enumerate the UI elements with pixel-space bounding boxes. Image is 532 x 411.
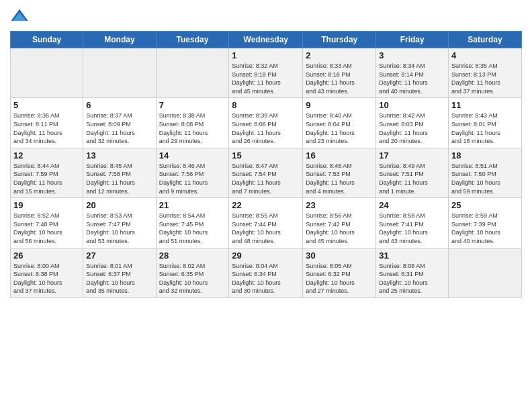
day-number: 3 [379,50,445,60]
calendar-cell: 23Sunrise: 8:56 AM Sunset: 7:42 PM Dayli… [303,198,376,248]
cell-text: Sunrise: 8:39 AM Sunset: 8:06 PM Dayligh… [232,111,300,145]
calendar-table: SundayMondayTuesdayWednesdayThursdayFrid… [10,31,522,298]
calendar-cell [11,48,83,98]
day-number: 4 [451,50,519,60]
day-number: 16 [306,150,373,161]
calendar-row-3: 19Sunrise: 8:52 AM Sunset: 7:48 PM Dayli… [11,198,522,248]
calendar-cell [156,48,229,98]
day-number: 13 [86,150,152,161]
calendar-cell: 4Sunrise: 8:35 AM Sunset: 8:13 PM Daylig… [449,48,522,98]
calendar-row-1: 5Sunrise: 8:36 AM Sunset: 8:11 PM Daylig… [11,98,522,148]
cell-text: Sunrise: 8:56 AM Sunset: 7:42 PM Dayligh… [306,212,373,245]
calendar-row-4: 26Sunrise: 8:00 AM Sunset: 6:38 PM Dayli… [11,248,522,298]
cell-text: Sunrise: 8:58 AM Sunset: 7:41 PM Dayligh… [379,212,445,245]
day-number: 15 [232,150,300,161]
cell-text: Sunrise: 8:48 AM Sunset: 7:53 PM Dayligh… [306,162,373,195]
day-number: 2 [306,50,373,60]
day-number: 10 [379,100,445,110]
cell-text: Sunrise: 8:51 AM Sunset: 7:50 PM Dayligh… [451,162,519,195]
cell-text: Sunrise: 8:59 AM Sunset: 7:39 PM Dayligh… [451,212,519,245]
day-number: 6 [86,100,152,110]
cell-text: Sunrise: 8:46 AM Sunset: 7:56 PM Dayligh… [159,162,226,195]
day-number: 31 [379,250,445,261]
header [10,7,522,26]
day-number: 27 [86,250,152,261]
day-number: 18 [451,150,519,161]
weekday-tuesday: Tuesday [156,32,229,48]
cell-text: Sunrise: 8:54 AM Sunset: 7:45 PM Dayligh… [159,212,226,245]
calendar-cell: 3Sunrise: 8:34 AM Sunset: 8:14 PM Daylig… [376,48,449,98]
weekday-thursday: Thursday [303,32,376,48]
day-number: 19 [13,200,80,210]
calendar-cell: 6Sunrise: 8:37 AM Sunset: 8:09 PM Daylig… [83,98,156,148]
calendar-cell: 29Sunrise: 8:04 AM Sunset: 6:34 PM Dayli… [229,248,303,298]
weekday-saturday: Saturday [449,32,522,48]
cell-text: Sunrise: 8:02 AM Sunset: 6:35 PM Dayligh… [159,262,226,295]
calendar-cell: 22Sunrise: 8:55 AM Sunset: 7:44 PM Dayli… [229,198,303,248]
cell-text: Sunrise: 8:47 AM Sunset: 7:54 PM Dayligh… [232,162,300,195]
weekday-monday: Monday [83,32,156,48]
day-number: 23 [306,200,373,210]
cell-text: Sunrise: 8:04 AM Sunset: 6:34 PM Dayligh… [232,262,300,295]
calendar-cell: 9Sunrise: 8:40 AM Sunset: 8:04 PM Daylig… [303,98,376,148]
day-number: 7 [159,100,226,110]
calendar-cell: 5Sunrise: 8:36 AM Sunset: 8:11 PM Daylig… [11,98,83,148]
calendar-cell: 2Sunrise: 8:33 AM Sunset: 8:16 PM Daylig… [303,48,376,98]
calendar-cell: 31Sunrise: 8:06 AM Sunset: 6:31 PM Dayli… [376,248,449,298]
day-number: 26 [13,250,80,261]
calendar-cell: 10Sunrise: 8:42 AM Sunset: 8:03 PM Dayli… [376,98,449,148]
calendar-cell: 21Sunrise: 8:54 AM Sunset: 7:45 PM Dayli… [156,198,229,248]
calendar-cell: 24Sunrise: 8:58 AM Sunset: 7:41 PM Dayli… [376,198,449,248]
day-number: 17 [379,150,445,161]
calendar-cell: 15Sunrise: 8:47 AM Sunset: 7:54 PM Dayli… [229,148,303,197]
day-number: 5 [13,100,80,110]
calendar-row-0: 1Sunrise: 8:32 AM Sunset: 8:18 PM Daylig… [11,48,522,98]
cell-text: Sunrise: 8:55 AM Sunset: 7:44 PM Dayligh… [232,212,300,245]
weekday-wednesday: Wednesday [229,32,303,48]
day-number: 11 [451,100,519,110]
calendar-cell: 16Sunrise: 8:48 AM Sunset: 7:53 PM Dayli… [303,148,376,197]
cell-text: Sunrise: 8:00 AM Sunset: 6:38 PM Dayligh… [13,262,80,295]
calendar-cell: 20Sunrise: 8:53 AM Sunset: 7:47 PM Dayli… [83,198,156,248]
cell-text: Sunrise: 8:32 AM Sunset: 8:18 PM Dayligh… [232,62,300,95]
cell-text: Sunrise: 8:33 AM Sunset: 8:16 PM Dayligh… [306,62,373,95]
calendar-cell: 11Sunrise: 8:43 AM Sunset: 8:01 PM Dayli… [449,98,522,148]
calendar-cell: 8Sunrise: 8:39 AM Sunset: 8:06 PM Daylig… [229,98,303,148]
cell-text: Sunrise: 8:42 AM Sunset: 8:03 PM Dayligh… [379,111,445,145]
logo [10,7,30,26]
calendar-cell: 18Sunrise: 8:51 AM Sunset: 7:50 PM Dayli… [449,148,522,197]
calendar-cell [83,48,156,98]
calendar-row-2: 12Sunrise: 8:44 AM Sunset: 7:59 PM Dayli… [11,148,522,197]
cell-text: Sunrise: 8:43 AM Sunset: 8:01 PM Dayligh… [451,111,519,145]
day-number: 21 [159,200,226,210]
calendar-cell [449,248,522,298]
day-number: 24 [379,200,445,210]
day-number: 28 [159,250,226,261]
day-number: 25 [451,200,519,210]
cell-text: Sunrise: 8:34 AM Sunset: 8:14 PM Dayligh… [379,62,445,95]
calendar-cell: 28Sunrise: 8:02 AM Sunset: 6:35 PM Dayli… [156,248,229,298]
cell-text: Sunrise: 8:53 AM Sunset: 7:47 PM Dayligh… [86,212,152,245]
day-number: 12 [13,150,80,161]
day-number: 20 [86,200,152,210]
cell-text: Sunrise: 8:44 AM Sunset: 7:59 PM Dayligh… [13,162,80,195]
day-number: 9 [306,100,373,110]
weekday-sunday: Sunday [11,32,83,48]
cell-text: Sunrise: 8:36 AM Sunset: 8:11 PM Dayligh… [13,111,80,145]
calendar-cell: 14Sunrise: 8:46 AM Sunset: 7:56 PM Dayli… [156,148,229,197]
calendar-cell: 25Sunrise: 8:59 AM Sunset: 7:39 PM Dayli… [449,198,522,248]
day-number: 30 [306,250,373,261]
logo-icon [10,7,29,26]
day-number: 8 [232,100,300,110]
cell-text: Sunrise: 8:38 AM Sunset: 8:08 PM Dayligh… [159,111,226,145]
cell-text: Sunrise: 8:05 AM Sunset: 6:32 PM Dayligh… [306,262,373,295]
calendar-cell: 30Sunrise: 8:05 AM Sunset: 6:32 PM Dayli… [303,248,376,298]
cell-text: Sunrise: 8:45 AM Sunset: 7:58 PM Dayligh… [86,162,152,195]
calendar-cell: 17Sunrise: 8:49 AM Sunset: 7:51 PM Dayli… [376,148,449,197]
calendar-cell: 7Sunrise: 8:38 AM Sunset: 8:08 PM Daylig… [156,98,229,148]
page: SundayMondayTuesdayWednesdayThursdayFrid… [0,0,532,411]
cell-text: Sunrise: 8:35 AM Sunset: 8:13 PM Dayligh… [451,62,519,95]
calendar-cell: 13Sunrise: 8:45 AM Sunset: 7:58 PM Dayli… [83,148,156,197]
day-number: 14 [159,150,226,161]
calendar-cell: 27Sunrise: 8:01 AM Sunset: 6:37 PM Dayli… [83,248,156,298]
